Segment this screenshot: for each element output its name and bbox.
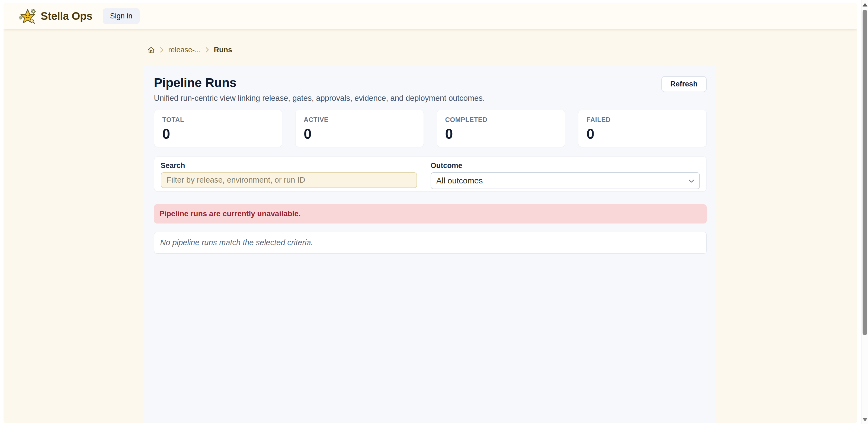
- stella-ops-logo-icon: [19, 8, 36, 24]
- brand-name: Stella Ops: [41, 10, 92, 22]
- search-field-group: Search: [161, 161, 417, 188]
- search-input[interactable]: [161, 172, 417, 188]
- outcome-field-group: Outcome All outcomes: [431, 161, 700, 188]
- stat-value-failed: 0: [587, 127, 698, 141]
- breadcrumb-current-runs: Runs: [214, 46, 232, 54]
- search-label: Search: [161, 161, 417, 170]
- stat-value-total: 0: [162, 127, 274, 141]
- stat-label-completed: COMPLETED: [445, 116, 557, 124]
- app-shell: Stella Ops Sign in release-...: [3, 3, 857, 423]
- stat-label-active: ACTIVE: [304, 116, 415, 124]
- scrollbar-thumb[interactable]: [863, 10, 867, 335]
- home-icon[interactable]: [147, 46, 155, 54]
- error-banner: Pipeline runs are currently unavailable.: [154, 204, 707, 224]
- stat-card-active: ACTIVE 0: [295, 110, 424, 147]
- stat-card-failed: FAILED 0: [578, 110, 707, 147]
- empty-state: No pipeline runs match the selected crit…: [154, 232, 707, 254]
- page: Stella Ops Sign in release-...: [0, 0, 868, 424]
- outcome-select[interactable]: All outcomes: [431, 172, 700, 189]
- outcome-select-wrap: All outcomes: [431, 172, 700, 189]
- stat-card-total: TOTAL 0: [154, 110, 283, 147]
- error-text: Pipeline runs are currently unavailable.: [159, 209, 301, 218]
- top-bar: Stella Ops Sign in: [3, 3, 857, 29]
- scroll-up-arrow-icon[interactable]: [863, 3, 867, 6]
- sign-in-button[interactable]: Sign in: [103, 8, 140, 24]
- pipeline-runs-panel: Pipeline Runs Unified run-centric view l…: [144, 66, 716, 423]
- stat-label-total: TOTAL: [162, 116, 274, 124]
- content-column: release-... Runs Pipeline Runs Unified r…: [144, 29, 716, 423]
- stat-card-completed: COMPLETED 0: [437, 110, 565, 147]
- page-title: Pipeline Runs: [154, 75, 485, 90]
- stat-value-active: 0: [304, 127, 415, 141]
- filters-card: Search Outcome All outcomes: [154, 156, 707, 192]
- breadcrumb-release-link[interactable]: release-...: [168, 46, 201, 54]
- page-heading-group: Pipeline Runs Unified run-centric view l…: [154, 75, 485, 103]
- chevron-right-icon: [206, 46, 209, 53]
- empty-state-text: No pipeline runs match the selected crit…: [160, 238, 313, 247]
- refresh-button[interactable]: Refresh: [661, 76, 707, 92]
- stats-row: TOTAL 0 ACTIVE 0 COMPLETED 0 FAILED 0: [154, 110, 707, 147]
- chevron-right-icon: [160, 46, 164, 53]
- breadcrumb: release-... Runs: [147, 45, 716, 55]
- page-subtitle: Unified run-centric view linking release…: [154, 94, 485, 103]
- scroll-down-arrow-icon[interactable]: [863, 418, 867, 422]
- page-header-row: Pipeline Runs Unified run-centric view l…: [154, 75, 707, 103]
- stat-value-completed: 0: [445, 127, 557, 141]
- outcome-label: Outcome: [431, 161, 700, 170]
- stat-label-failed: FAILED: [587, 116, 698, 124]
- scrollbar[interactable]: [862, 0, 868, 424]
